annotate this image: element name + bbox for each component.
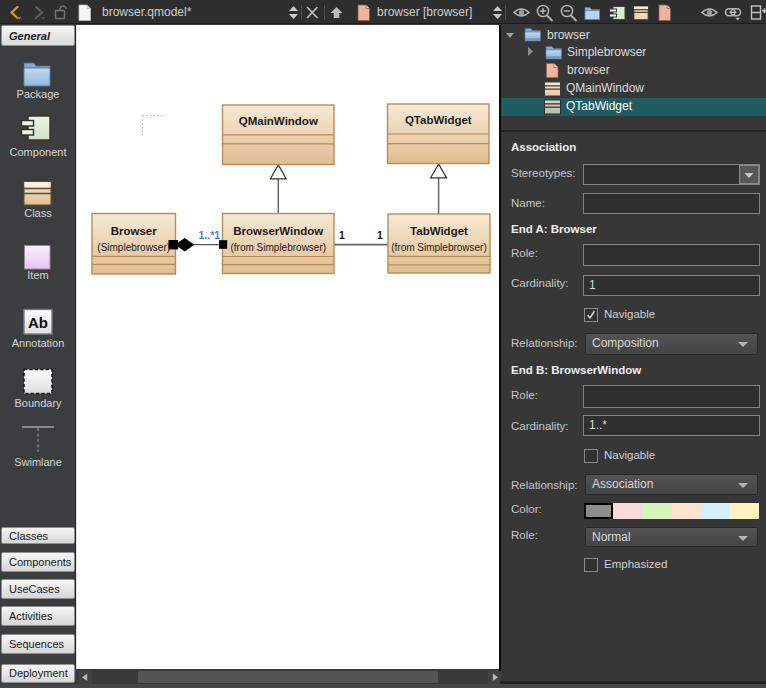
svg-text:Ab: Ab — [28, 314, 48, 331]
svg-text:(from Simplebrowser): (from Simplebrowser) — [231, 242, 327, 253]
svg-text:BrowserWindow: BrowserWindow — [233, 225, 323, 237]
svg-text:1..*1: 1..*1 — [199, 229, 221, 241]
svg-text:QTabWidget: QTabWidget — [405, 114, 472, 126]
svg-text:(from Simplebrowser): (from Simplebrowser) — [391, 242, 487, 253]
svg-text:(Simplebrowser): (Simplebrowser) — [97, 242, 170, 253]
svg-text:QMainWindow: QMainWindow — [239, 115, 318, 127]
svg-text:TabWidget: TabWidget — [410, 225, 468, 237]
svg-text:Browser: Browser — [111, 225, 158, 237]
svg-text:1: 1 — [377, 229, 383, 241]
svg-text:1: 1 — [339, 229, 345, 241]
